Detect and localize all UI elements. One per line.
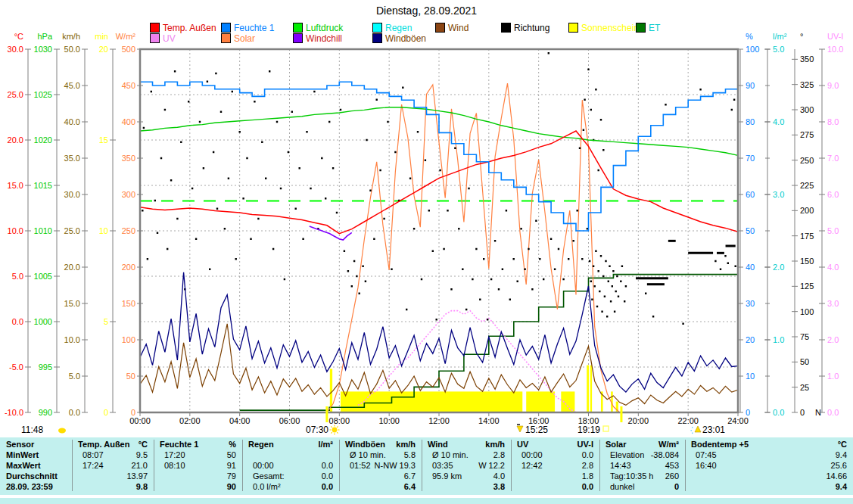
axis-unit-min: min (95, 32, 108, 41)
axis-tick-label-hpa: 1010 (34, 226, 52, 235)
table-cell-value: 3.8 (428, 482, 505, 491)
axis-tick-label-deg: 350 (800, 54, 814, 64)
weather-chart: 30.025.020.015.010.05.00.0-5.0-10.0°C103… (0, 0, 853, 437)
table-cell-value: 2.8 (517, 461, 593, 470)
axis-tick-label-kmh: 10.0 (64, 335, 80, 344)
axis-tick-label-wm2: 50 (126, 372, 135, 381)
axis-tick-label-lm2: 2.0 (773, 263, 784, 272)
table-col-unit: % (160, 440, 236, 449)
marker-time: 11:48 (21, 425, 43, 435)
table-cell-value: 0.0 (517, 450, 593, 459)
axis-tick-label-uvi: 8.0 (827, 117, 839, 126)
x-axis-label: 20:00 (628, 416, 649, 425)
table-cell-value: 453 (606, 461, 679, 470)
axis-unit-uvi: UV-I (827, 32, 843, 41)
table-divider (599, 440, 600, 491)
table-cell-value: 0.0 (248, 461, 333, 470)
sunrise-ray (337, 426, 338, 427)
axis-tick-label-kmh: 25.0 (64, 226, 80, 235)
axis-tick-label-temp: 30.0 (8, 45, 23, 54)
table-cell-value: 260 (606, 471, 679, 481)
table-col-unit: l/m² (248, 440, 333, 449)
axis-tick-label-deg: 200 (800, 206, 814, 215)
moonrise-icon (695, 426, 701, 432)
sunshine-bar (561, 391, 574, 412)
axis-tick-label-kmh: 20.0 (64, 263, 80, 272)
axis-tick-label-lm2: 5.0 (773, 45, 784, 54)
axis-tick-label-pct: 40 (746, 263, 755, 272)
axis-tick-label-pct: 50 (746, 226, 755, 235)
x-axis-label: 04:00 (229, 416, 251, 425)
axis-tick-label-uvi: 7.0 (827, 154, 839, 163)
axis-unit-temp: °C (14, 32, 23, 41)
table-col-unit: W/m² (606, 440, 679, 449)
axis-unit-hpa: hPa (37, 32, 52, 41)
axis-tick-label-temp: 10.0 (8, 226, 23, 235)
sunrise-ray (331, 426, 332, 427)
axis-tick-label-hpa: 1005 (34, 272, 52, 281)
table-col-unit: °C (691, 440, 847, 449)
axis-tick-label-deg: 125 (800, 282, 814, 291)
axis-tick-label-wm2: 200 (122, 263, 135, 272)
axis-tick-label-wm2: 150 (122, 299, 135, 308)
axis-tick-label-temp: -10.0 (5, 408, 23, 417)
table-cell-value: 91 (160, 461, 236, 470)
axis-tick-label-min: 5 (104, 317, 108, 326)
axis-tick-label-wm2: 400 (122, 117, 135, 126)
table-cell-value: 5.8 (345, 450, 416, 459)
table-row-label: MinWert (6, 450, 39, 459)
axis-tick-label-uvi: 0.0 (827, 408, 839, 417)
axis-tick-label-wm2: 300 (122, 190, 135, 199)
axis-tick-label-deg: 225 (800, 181, 814, 190)
axis-tick-label-lm2: 1.0 (773, 335, 784, 344)
x-axis-label: 12:00 (428, 416, 450, 425)
axis-tick-label-pct: 70 (746, 154, 755, 163)
axis-tick-label-uvi: 4.0 (827, 263, 839, 272)
sunrise-icon (332, 428, 338, 433)
axis-tick-label-deg: 100 (800, 307, 814, 316)
sunshine-bar (526, 391, 555, 412)
table-row-label: 28.09. 23:59 (6, 482, 53, 491)
axis-tick-label-deg: 150 (800, 257, 814, 266)
axis-tick-label-uvi: 3.0 (827, 299, 839, 308)
axis-tick-label-temp: 5.0 (12, 272, 23, 281)
table-divider (422, 440, 422, 491)
axis-tick-label-hpa: 1030 (34, 45, 52, 54)
axis-tick-label-kmh: 45.0 (64, 81, 80, 90)
axis-tick-label-hpa: 990 (39, 408, 52, 417)
table-cell-value: 79 (160, 471, 236, 481)
axis-tick-label-wm2: 100 (122, 335, 135, 344)
axis-tick-label-deg: 25 (800, 383, 809, 392)
axis-tick-label-kmh: 40.0 (64, 117, 80, 126)
axis-tick-label-kmh: 35.0 (64, 154, 80, 163)
axis-tick-label-deg: 50 (800, 357, 809, 366)
x-axis-label: 02:00 (179, 416, 201, 425)
footer-strip (0, 498, 853, 504)
table-cell-value: 9.4 (691, 482, 847, 491)
weather-day-chart-page: Dienstag, 28.09.2021 Temp. AußenFeuchte … (0, 0, 853, 504)
axis-tick-label-wm2: 250 (122, 226, 135, 235)
table-cell-value: N-NW 19.3 (345, 461, 416, 470)
axis-tick-label-wm2: 450 (122, 81, 135, 90)
x-axis-label: 10:00 (378, 416, 400, 425)
axis-tick-label-temp: 20.0 (8, 135, 23, 145)
axis-tick-label-pct: 20 (746, 335, 755, 344)
marker-time: 15:25 (525, 425, 548, 435)
axis-tick-label-min: 15 (99, 135, 108, 145)
table-col-unit: km/h (345, 440, 416, 449)
marker-time: 23:01 (702, 425, 725, 435)
axis-tick-label-temp: 25.0 (8, 90, 23, 99)
axis-tick-label-uvi: 2.0 (827, 335, 839, 344)
axis-tick-label-pct: 90 (746, 81, 755, 90)
axis-tick-label-temp: 15.0 (8, 181, 23, 190)
axis-unit-kmh: km/h (62, 32, 80, 41)
moon-icon (58, 428, 66, 434)
x-axis-label: 06:00 (279, 416, 300, 425)
table-cell-value: 4.0 (428, 471, 505, 481)
axis-tick-label-kmh: 50.0 (64, 45, 80, 54)
table-divider (339, 440, 340, 491)
axis-tick-label-uvi: 5.0 (827, 226, 839, 235)
table-cell-value: 0 (606, 482, 679, 491)
table-divider (154, 440, 154, 491)
table-row-label: MaxWert (6, 461, 41, 470)
